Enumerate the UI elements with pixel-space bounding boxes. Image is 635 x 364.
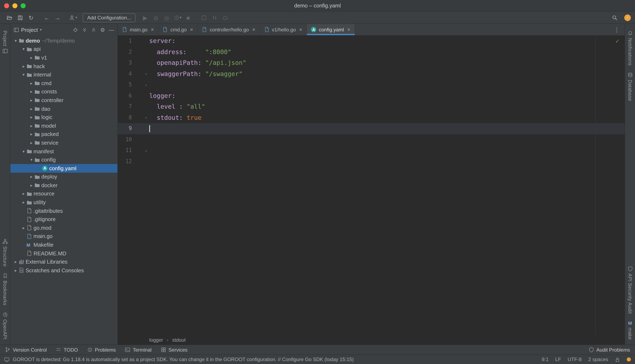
code-editor[interactable]: ✓ 1server:2 address: ":8000"3 openapiPat… [118,36,625,336]
caret-position[interactable]: 9:1 [542,356,549,362]
toolwindow-button-version-control[interactable]: Version Control [5,347,47,353]
profiler-button[interactable]: ▾ [172,12,183,22]
breadcrumb-item-stdout[interactable]: stdout [172,337,186,343]
tree-item-packed[interactable]: ▸packed [10,130,117,138]
chevron-right-icon[interactable]: ▸ [21,226,27,230]
editor-line-6[interactable]: 6logger: [118,90,625,101]
editor-line-11[interactable]: 11▵ [118,145,625,156]
tree-item-model[interactable]: ▸model [10,122,117,130]
project-panel-title[interactable]: Project [21,27,38,33]
tab-close-icon[interactable]: × [151,26,154,33]
tab-options-button[interactable]: ⋮ [609,24,625,35]
chevron-right-icon[interactable]: ▸ [29,90,34,94]
indent-setting[interactable]: 2 spaces [588,356,608,362]
chevron-down-icon[interactable]: ▾ [40,28,42,32]
tool-stripe-button-openapi[interactable]: OpenAPI [2,312,8,340]
tab-close-icon[interactable]: × [299,26,302,33]
update-project-button[interactable] [209,12,220,22]
open-folder-button[interactable] [4,12,15,22]
tree-item-hack[interactable]: ▸hack [10,62,117,70]
chevron-down-icon[interactable]: ▾ [21,47,27,52]
locate-file-button[interactable] [73,27,78,32]
tree-item-v1[interactable]: ▸v1 [10,53,117,62]
tree-item-docker[interactable]: ▸docker [10,181,117,190]
tool-stripe-button-notifications[interactable]: Notifications [627,30,633,66]
fold-marker-icon[interactable]: ▵ [132,79,148,90]
debug-button[interactable] [151,12,161,22]
editor-line-5[interactable]: 5▵ [118,79,625,90]
hide-panel-button[interactable]: — [109,27,114,33]
editor-line-4[interactable]: 4▿ swaggerPath: "/swagger" [118,68,625,79]
fold-marker-icon[interactable]: ▵ [132,145,148,156]
toolwindow-button-audit-problems[interactable]: Audit Problems [588,347,630,353]
run-with-coverage-button[interactable]: ◎ [161,12,172,22]
stop-button[interactable]: ■ [183,12,194,22]
panel-settings-button[interactable]: ⚙ [100,27,105,33]
toolwindow-button-todo[interactable]: TODO [56,347,78,353]
tab-close-icon[interactable]: × [252,26,255,33]
tree-item-logic[interactable]: ▸logic [10,113,117,122]
collapse-all-button[interactable] [91,27,97,32]
expand-all-button[interactable] [82,27,88,32]
tool-stripe-button-bookmarks[interactable]: Bookmarks [2,273,8,305]
chevron-right-icon[interactable]: ▸ [21,200,27,204]
tree-item-gitattributes[interactable]: .gitattributes [10,206,117,215]
tree-item-service[interactable]: ▸service [10,138,117,147]
chevron-right-icon[interactable]: ▸ [29,55,34,60]
toolwindow-button-terminal[interactable]: Terminal [125,347,152,353]
back-button[interactable]: ← [41,12,52,22]
fold-marker-icon[interactable]: ▿ [132,68,148,79]
tree-item-cmd[interactable]: ▸cmd [10,79,117,88]
chevron-down-icon[interactable]: ▾ [21,149,27,154]
editor-line-9[interactable]: 9 [118,123,625,134]
editor-line-3[interactable]: 3 openapiPath: "/api.json" [118,58,625,68]
toolwindow-button-problems[interactable]: Problems [87,347,116,353]
status-message[interactable]: GOROOT is detected: Go 1.18.4 is automat… [13,356,354,362]
tree-item-config-yaml[interactable]: Aconfig.yaml [10,164,117,172]
chevron-right-icon[interactable]: ▸ [21,192,27,196]
attach-to-process-button[interactable] [198,12,209,22]
sync-button[interactable]: ↻ [26,12,36,22]
chevron-right-icon[interactable]: ▸ [29,140,34,145]
tab-close-icon[interactable]: × [190,26,193,33]
tool-stripe-button-structure[interactable]: Structure [2,238,8,266]
editor-line-12[interactable]: 12 [118,156,625,167]
editor-line-8[interactable]: 8▿ stdout: true [118,112,625,123]
chevron-right-icon[interactable]: ▸ [13,268,19,273]
forward-button[interactable]: → [52,12,63,22]
chevron-right-icon[interactable]: ▸ [29,174,34,179]
breadcrumb-item-logger[interactable]: logger [149,337,163,343]
tab-close-icon[interactable]: × [347,26,350,33]
zoom-window-button[interactable] [21,3,26,8]
tree-item-makefile[interactable]: MMakefile [10,241,117,249]
tree-item-demo[interactable]: ▾demo ~/Temp/demo [10,36,117,45]
fold-marker-icon[interactable]: ▿ [132,112,148,123]
chevron-right-icon[interactable]: ▸ [29,183,34,188]
inspections-ok-icon[interactable]: ✓ [615,38,620,44]
run-button[interactable]: ▶ [140,12,151,22]
chevron-right-icon[interactable]: ▸ [29,115,34,120]
tree-item-manifest[interactable]: ▾manifest [10,147,117,155]
code-with-me-button[interactable]: ▾ [68,12,79,22]
tree-item-go-mod[interactable]: ▸go.mod [10,224,117,232]
tab-cmd-go[interactable]: cmd.go× [159,24,198,35]
chevron-right-icon[interactable]: ▸ [13,260,19,264]
tree-item-controller[interactable]: ▸controller [10,96,117,104]
tree-item-main-go[interactable]: main.go [10,232,117,240]
minimize-window-button[interactable] [13,3,17,8]
toolwindow-button-services[interactable]: Services [161,347,188,353]
tree-item-external-libraries[interactable]: ▸External Libraries [10,258,117,266]
chevron-right-icon[interactable]: ▸ [21,64,27,68]
lock-icon[interactable] [615,357,620,362]
tab-main-go[interactable]: main.go× [118,24,159,35]
tree-item-deploy[interactable]: ▸deploy [10,172,117,181]
editor-line-1[interactable]: 1server: [118,36,625,46]
save-all-button[interactable] [15,12,26,22]
tree-item-consts[interactable]: ▸consts [10,88,117,96]
tab-controller-hello-go[interactable]: controller/hello.go× [198,24,260,35]
chevron-down-icon[interactable]: ▾ [21,72,27,77]
tree-item-scratches-and-consoles[interactable]: ▸Scratches and Consoles [10,266,117,274]
close-window-button[interactable] [4,3,9,8]
editor-line-7[interactable]: 7 level : "all" [118,101,625,112]
tree-item-api[interactable]: ▾api [10,45,117,53]
